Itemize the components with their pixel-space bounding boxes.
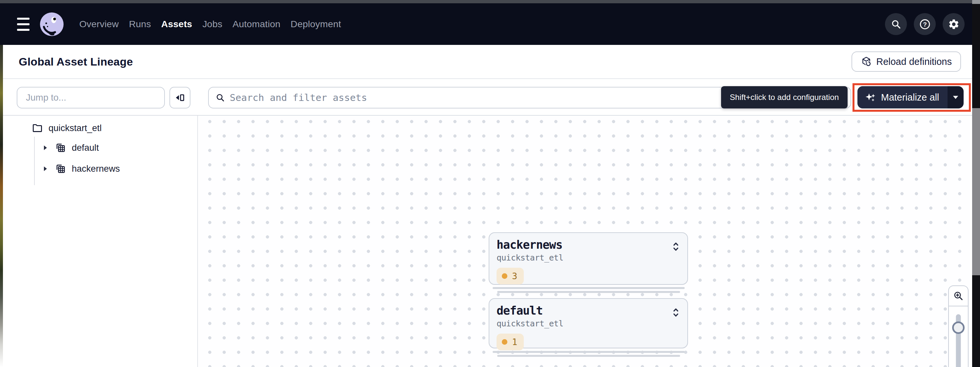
- search-icon: [215, 93, 225, 103]
- svg-text:?: ?: [923, 21, 927, 27]
- scrollbar-thumb[interactable]: [972, 108, 980, 275]
- stack-line: [493, 351, 685, 353]
- materialize-all-label: Materialize all: [881, 92, 939, 103]
- chevron-down-icon: [953, 96, 958, 99]
- sparkles-icon: [865, 91, 877, 103]
- help-icon: ?: [919, 18, 931, 30]
- page-title: Global Asset Lineage: [19, 56, 133, 68]
- collapse-panel-icon: [174, 92, 186, 103]
- dagster-app: Overview Runs Assets Jobs Automation Dep…: [0, 0, 980, 367]
- top-navbar: Overview Runs Assets Jobs Automation Dep…: [0, 3, 980, 45]
- tree-item-label: hackernews: [72, 164, 120, 174]
- asset-count: 3: [512, 271, 517, 281]
- nav-item-automation[interactable]: Automation: [232, 19, 280, 30]
- asset-tree-sidebar: quickstart_etl default hackernew: [0, 116, 198, 367]
- tree-item-default[interactable]: default: [43, 138, 99, 157]
- node-title: default: [496, 304, 680, 317]
- page-header: Global Asset Lineage Reload definitions: [0, 45, 972, 79]
- tree-guide-line: [34, 137, 35, 185]
- status-dot: [502, 339, 508, 345]
- zoom-in-button[interactable]: [949, 286, 968, 307]
- materialize-all-button-group: Materialize all: [858, 86, 964, 108]
- materialize-tooltip: Shift+click to add configuration: [721, 86, 848, 108]
- tree-item-hackernews[interactable]: hackernews: [43, 160, 120, 178]
- caret-right-icon[interactable]: [43, 166, 48, 172]
- reload-definitions-icon: [861, 56, 872, 67]
- materialize-dropdown-button[interactable]: [948, 86, 964, 108]
- hamburger-menu-icon[interactable]: [17, 18, 30, 31]
- asset-group-node-hackernews[interactable]: hackernews quickstart_etl 3: [489, 232, 688, 285]
- desktop-background-sliver: [0, 45, 3, 367]
- window-chrome-strip: [0, 0, 980, 3]
- materialize-all-button[interactable]: Materialize all: [858, 86, 948, 108]
- stack-line: [497, 291, 680, 293]
- lineage-canvas[interactable]: hackernews quickstart_etl 3 default quic…: [199, 116, 972, 367]
- nav-item-jobs[interactable]: Jobs: [202, 19, 222, 30]
- collapse-sidebar-button[interactable]: [169, 87, 191, 108]
- nav-item-deployment[interactable]: Deployment: [291, 19, 341, 30]
- tree-group-label: quickstart_etl: [49, 123, 102, 133]
- expand-collapse-icon[interactable]: [671, 306, 681, 319]
- screen-edge-strip: [972, 0, 980, 367]
- jump-to-input[interactable]: [17, 87, 165, 108]
- asset-group-icon: [55, 163, 67, 175]
- tree-item-label: default: [72, 143, 99, 153]
- gear-icon: [948, 18, 960, 30]
- zoom-control: [948, 285, 969, 367]
- reload-definitions-label: Reload definitions: [876, 56, 952, 67]
- help-button[interactable]: ?: [914, 13, 936, 35]
- settings-button[interactable]: [943, 13, 965, 35]
- status-dot: [502, 273, 508, 279]
- asset-count-badge: 3: [496, 268, 524, 284]
- node-subtitle: quickstart_etl: [496, 253, 680, 262]
- caret-right-icon[interactable]: [43, 145, 48, 151]
- nav-item-runs[interactable]: Runs: [129, 19, 151, 30]
- folder-icon: [32, 122, 43, 134]
- nav-item-overview[interactable]: Overview: [79, 19, 119, 30]
- search-button[interactable]: [885, 13, 907, 35]
- expand-collapse-icon[interactable]: [671, 240, 681, 253]
- scrollbar-cap: [972, 0, 980, 4]
- asset-group-icon: [55, 142, 67, 154]
- materialize-tooltip-text: Shift+click to add configuration: [730, 93, 839, 102]
- reload-definitions-button[interactable]: Reload definitions: [851, 51, 961, 72]
- zoom-slider-handle[interactable]: [952, 321, 965, 334]
- nav-item-assets[interactable]: Assets: [161, 19, 192, 30]
- primary-nav: Overview Runs Assets Jobs Automation Dep…: [79, 19, 341, 30]
- node-title: hackernews: [496, 238, 680, 251]
- asset-count-badge: 1: [496, 334, 524, 350]
- asset-count: 1: [512, 337, 517, 347]
- dagster-logo-icon[interactable]: [39, 12, 64, 37]
- stack-line: [497, 355, 680, 357]
- zoom-in-icon: [953, 290, 964, 302]
- search-icon: [891, 19, 902, 30]
- node-subtitle: quickstart_etl: [496, 319, 680, 328]
- tree-group-quickstart-etl[interactable]: quickstart_etl: [32, 119, 102, 137]
- lineage-toolbar: Shift+click to add configuration Materia…: [0, 79, 972, 116]
- stack-line: [493, 287, 685, 289]
- asset-group-node-default[interactable]: default quickstart_etl 1: [489, 298, 688, 348]
